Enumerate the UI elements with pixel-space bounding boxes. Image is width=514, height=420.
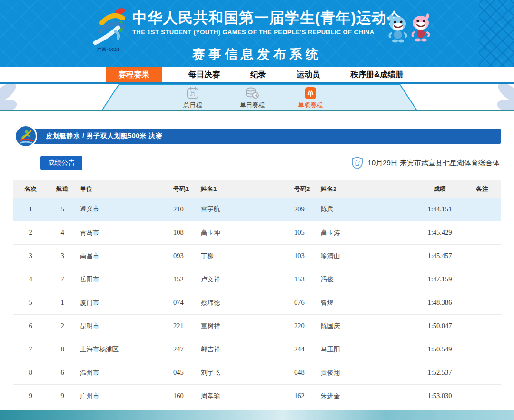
cell-team: 遵义市 <box>77 198 170 221</box>
calendar-icon: 总 <box>170 86 216 100</box>
cell-result: 1:50.047 <box>416 314 464 338</box>
cell-lane: 9 <box>48 384 77 408</box>
floral-decoration-left <box>0 84 30 111</box>
nav-tab-daily-finals[interactable]: 每日决赛 <box>185 67 224 82</box>
cell-name1: 雷宇航 <box>198 198 291 221</box>
floral-decoration-right <box>484 84 514 111</box>
table-row: 62昆明市221董树祥220陈国庆1:50.047 <box>13 314 501 338</box>
cell-name1: 周孝瑜 <box>198 384 291 408</box>
event-title: 皮划艇静水 / 男子双人划艇500米 决赛 <box>46 132 162 140</box>
svg-text:单: 单 <box>307 90 314 97</box>
results-table: 名次 航道 单位 号码1 姓名1 号码2 姓名2 成绩 备注 15遵义市210雷… <box>13 180 501 408</box>
table-row: 33南昌市093丁柳103喻清山1:45.457 <box>13 244 501 268</box>
nav-tab-label: 每日决赛 <box>188 70 220 80</box>
table-row: 47岳阳市152卢文祥153冯俊1:47.159 <box>13 268 501 291</box>
cell-num2: 105 <box>291 221 318 244</box>
event-title-bar: 皮划艇静水 / 男子双人划艇500米 决赛 <box>21 129 501 144</box>
cell-num2: 162 <box>291 384 318 408</box>
header-titles: 中华人民共和国第一届学生(青年)运动会 THE 1ST STUDENT (YOU… <box>132 10 402 36</box>
cell-result: 1:48.386 <box>416 291 464 314</box>
cell-rank: 4 <box>13 268 48 291</box>
cell-note <box>464 314 501 338</box>
nav-tab-schedule-results[interactable]: 赛程赛果 <box>106 67 162 82</box>
cell-num2: 103 <box>291 244 318 268</box>
subnav-item-overall-schedule[interactable]: 总 总日程 <box>170 86 216 110</box>
results-announcement-button[interactable]: 成绩公告 <box>40 156 82 170</box>
cell-team: 青岛市 <box>77 221 170 244</box>
cell-name2: 马玉阳 <box>318 338 416 361</box>
cell-note <box>464 198 501 221</box>
column-header-lane: 航道 <box>48 180 77 198</box>
cell-team: 南昌市 <box>77 244 170 268</box>
cell-note <box>464 291 501 314</box>
schedule-stack-icon <box>229 86 275 100</box>
official-badge-icon: 官 <box>351 156 364 170</box>
cell-rank: 7 <box>13 338 48 361</box>
cell-lane: 6 <box>48 361 77 384</box>
cell-lane: 4 <box>48 221 77 244</box>
subnav-item-daily-schedule[interactable]: 单日赛程 <box>229 86 275 110</box>
cell-result: 1:52.537 <box>416 361 464 384</box>
column-header-num2: 号码2 <box>291 180 318 198</box>
cell-team: 温州市 <box>77 361 170 384</box>
results-announcement-label: 成绩公告 <box>48 159 75 167</box>
nav-tab-athletes[interactable]: 运动员 <box>293 67 324 82</box>
content-area: 皮划艇静水 / 男子双人划艇500米 决赛 成绩公告 官 10月29日 来宾市武… <box>0 112 514 410</box>
subnav-label: 单日赛程 <box>229 101 275 110</box>
cell-name1: 高玉坤 <box>198 221 291 244</box>
cell-result: 1:45.457 <box>416 244 464 268</box>
cell-name1: 卢文祥 <box>198 268 291 291</box>
cell-result: 1:44.151 <box>416 198 464 221</box>
cell-result: 1:45.429 <box>416 221 464 244</box>
cell-lane: 2 <box>48 314 77 338</box>
cell-num1: 108 <box>170 221 198 244</box>
nav-tab-label: 纪录 <box>250 70 266 80</box>
cell-rank: 9 <box>13 384 48 408</box>
cell-num1: 045 <box>170 361 198 384</box>
cell-rank: 5 <box>13 291 48 314</box>
subnav-label: 总日程 <box>170 101 216 110</box>
canoe-event-icon <box>14 125 37 148</box>
cell-note <box>464 338 501 361</box>
nav-tab-books[interactable]: 秩序册&成绩册 <box>347 67 407 82</box>
svg-text:总: 总 <box>190 91 196 97</box>
mascot-pink-dolphin <box>412 13 429 42</box>
mascots <box>386 10 434 48</box>
cell-name1: 董树祥 <box>198 314 291 338</box>
nav-tab-label: 秩序册&成绩册 <box>351 70 404 80</box>
cell-lane: 7 <box>48 268 77 291</box>
cell-name2: 喻清山 <box>318 244 416 268</box>
cell-num2: 209 <box>291 198 318 221</box>
table-row: 99广州市160周孝瑜162朱进奎1:53.030 <box>13 384 501 408</box>
cell-name1: 刘宇飞 <box>198 361 291 384</box>
cell-team: 岳阳市 <box>77 268 170 291</box>
system-name: 赛事信息发布系统 <box>0 46 514 63</box>
cell-name2: 高玉涛 <box>318 221 416 244</box>
table-row: 51厦门市074蔡玮德076曾煜1:48.386 <box>13 291 501 314</box>
cell-name1: 丁柳 <box>198 244 291 268</box>
cell-team: 昆明市 <box>77 314 170 338</box>
subnav-label: 单项赛程 <box>287 101 333 110</box>
cell-num1: 152 <box>170 268 198 291</box>
cell-rank: 3 <box>13 244 48 268</box>
subnav-item-event-schedule[interactable]: 单 单项赛程 <box>287 86 333 110</box>
nav-tab-records[interactable]: 纪录 <box>247 67 270 82</box>
cell-name2: 冯俊 <box>318 268 416 291</box>
cell-result: 1:50.549 <box>416 338 464 361</box>
page: 广西·2023 中华人民共和国第一届学生(青年)运动会 THE 1ST STUD… <box>0 0 514 420</box>
column-header-note: 备注 <box>464 180 501 198</box>
cell-result: 1:53.030 <box>416 384 464 408</box>
results-tbody: 15遵义市210雷宇航209陈兵1:44.15124青岛市108高玉坤105高玉… <box>13 198 501 408</box>
table-header-row: 名次 航道 单位 号码1 姓名1 号码2 姓名2 成绩 备注 <box>13 180 501 198</box>
results-table-wrap: 名次 航道 单位 号码1 姓名1 号码2 姓名2 成绩 备注 15遵义市210雷… <box>13 180 501 408</box>
cell-rank: 6 <box>13 314 48 338</box>
column-header-name2: 姓名2 <box>318 180 416 198</box>
cell-team: 厦门市 <box>77 291 170 314</box>
cell-name1: 蔡玮德 <box>198 291 291 314</box>
nav-tab-label: 运动员 <box>297 70 320 80</box>
cell-lane: 5 <box>48 198 77 221</box>
cell-name2: 陈兵 <box>318 198 416 221</box>
nav-tab-label: 赛程赛果 <box>118 70 149 80</box>
cell-num1: 221 <box>170 314 198 338</box>
cell-note <box>464 244 501 268</box>
